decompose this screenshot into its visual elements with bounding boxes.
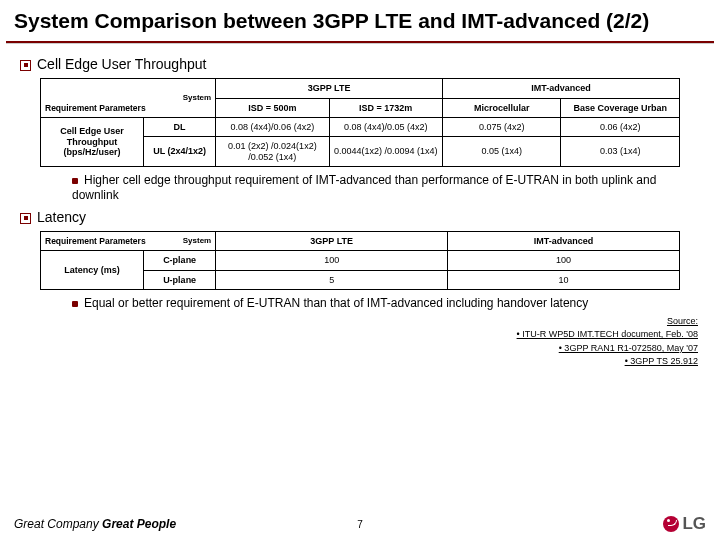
col-isd1732: ISD = 1732m: [329, 98, 442, 117]
bullet-icon: [20, 213, 31, 224]
section-heading: Cell Edge User Throughput: [20, 56, 694, 72]
col-imt: IMT-advanced: [448, 231, 680, 250]
row-uplane: U-plane: [144, 270, 216, 289]
source-link[interactable]: • ITU-R WP5D IMT.TECH document, Feb. '08: [0, 328, 698, 342]
cell: 5: [216, 270, 448, 289]
row-cplane: C-plane: [144, 251, 216, 270]
throughput-note: Higher cell edge throughput requirement …: [32, 171, 694, 205]
lg-face-icon: [663, 516, 679, 532]
lg-logo: LG: [663, 514, 706, 534]
cell: 100: [448, 251, 680, 270]
source-link[interactable]: • 3GPP TS 25.912: [0, 355, 698, 369]
bullet-icon: [72, 178, 78, 184]
cell: 0.01 (2x2) /0.024(1x2) /0.052 (1x4): [216, 137, 329, 167]
title-divider-2: [6, 43, 714, 44]
diagonal-header: System Requirement Parameters: [41, 79, 216, 118]
cell: 0.06 (4x2): [561, 117, 680, 136]
cell: 0.05 (1x4): [442, 137, 561, 167]
col-imt: IMT-advanced: [442, 79, 679, 98]
tagline: Great Company Great People: [14, 517, 176, 531]
col-lte: 3GPP LTE: [216, 231, 448, 250]
section-heading: Latency: [20, 209, 694, 225]
section-heading-text: Latency: [37, 209, 86, 225]
diagonal-header: System Requirement Parameters: [41, 231, 216, 250]
note-text: Equal or better requirement of E-UTRAN t…: [84, 296, 588, 310]
system-label: System: [183, 236, 211, 245]
section-latency: Latency System Requirement Parameters 3G…: [0, 205, 720, 313]
cell: 0.03 (1x4): [561, 137, 680, 167]
source-link[interactable]: • 3GPP RAN1 R1-072580, May '07: [0, 342, 698, 356]
slide-title: System Comparison between 3GPP LTE and I…: [0, 0, 720, 39]
col-micro: Microcellular: [442, 98, 561, 117]
col-base: Base Coverage Urban: [561, 98, 680, 117]
latency-note: Equal or better requirement of E-UTRAN t…: [32, 294, 694, 313]
row-throughput: Cell Edge User Throughput (bps/Hz/user): [41, 117, 144, 166]
sources: Source: • ITU-R WP5D IMT.TECH document, …: [0, 313, 720, 369]
tagline-plain: Great Company: [14, 517, 102, 531]
page-number: 7: [357, 519, 363, 530]
cell: 100: [216, 251, 448, 270]
col-isd500: ISD = 500m: [216, 98, 329, 117]
lg-text: LG: [682, 514, 706, 534]
note-text: Higher cell edge throughput requirement …: [72, 173, 656, 202]
section-throughput: Cell Edge User Throughput System Require…: [0, 52, 720, 205]
row-dl: DL: [144, 117, 216, 136]
latency-table: System Requirement Parameters 3GPP LTE I…: [40, 231, 680, 290]
tagline-bold: Great People: [102, 517, 176, 531]
cell: 0.075 (4x2): [442, 117, 561, 136]
req-params-label: Requirement Parameters: [45, 104, 146, 114]
bullet-icon: [72, 301, 78, 307]
cell: 0.08 (4x4)/0.06 (4x2): [216, 117, 329, 136]
system-label: System: [183, 93, 211, 102]
source-label: Source:: [667, 316, 698, 326]
col-lte: 3GPP LTE: [216, 79, 443, 98]
throughput-table: System Requirement Parameters 3GPP LTE I…: [40, 78, 680, 167]
cell: 10: [448, 270, 680, 289]
row-latency: Latency (ms): [41, 251, 144, 290]
req-params-label: Requirement Parameters: [45, 237, 146, 247]
slide: System Comparison between 3GPP LTE and I…: [0, 0, 720, 540]
cell: 0.0044(1x2) /0.0094 (1x4): [329, 137, 442, 167]
bullet-icon: [20, 60, 31, 71]
row-ul: UL (2x4/1x2): [144, 137, 216, 167]
section-heading-text: Cell Edge User Throughput: [37, 56, 206, 72]
footer: Great Company Great People 7 LG: [0, 514, 720, 534]
cell: 0.08 (4x4)/0.05 (4x2): [329, 117, 442, 136]
